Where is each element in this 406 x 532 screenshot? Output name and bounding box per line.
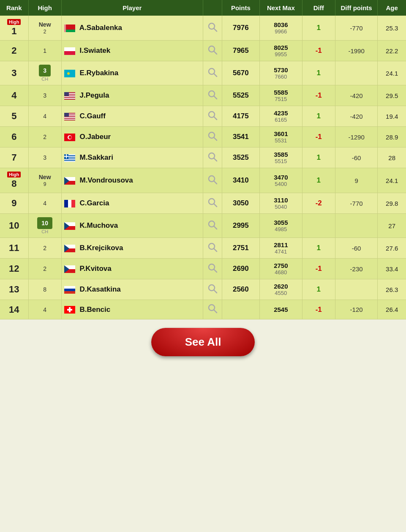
next-max-cell: 5730 7660 [260, 61, 302, 85]
next-max-cell: 2811 4741 [260, 238, 302, 259]
high-cell: 3 [28, 147, 61, 168]
svg-rect-7 [64, 47, 75, 51]
next-max-top: 5730 [262, 66, 300, 74]
player-name: K.Muchova [79, 221, 118, 229]
see-all-button[interactable]: See All [151, 328, 255, 356]
points-cell: 7965 [222, 41, 259, 61]
svg-line-35 [214, 137, 217, 140]
search-icon-cell[interactable] [203, 147, 222, 168]
rank-cell: 2 [0, 41, 28, 61]
search-icon-cell[interactable] [203, 85, 222, 106]
svg-line-46 [214, 158, 217, 161]
search-icon [207, 175, 218, 185]
rank-number: 14 [9, 304, 19, 315]
player-name: J.Pegula [79, 91, 109, 99]
see-all-container: See All [0, 319, 406, 369]
rank-cell: 3 [0, 61, 28, 85]
search-icon-cell[interactable] [203, 214, 222, 238]
next-max-bot: 6165 [262, 117, 300, 123]
next-max-bot: 5515 [262, 158, 300, 164]
next-max-cell: 3470 5400 [260, 168, 302, 193]
next-max-cell: 5585 7515 [260, 85, 302, 106]
player-cell: E.Rybakina [61, 61, 203, 85]
diff-points-cell: -420 [335, 106, 378, 127]
svg-point-33 [68, 136, 71, 139]
table-row: 5 4 C.Gauff 4175 4235 6165 1 -420 19.4 [0, 106, 406, 127]
search-icon-cell[interactable] [203, 16, 222, 41]
search-icon-cell[interactable] [203, 61, 222, 85]
table-row: 10 10CH K.Muchova 2995 3055 4985 27 [0, 214, 406, 238]
search-icon-cell[interactable] [203, 193, 222, 214]
diff-cell: 1 [302, 61, 335, 85]
search-icon-cell[interactable] [203, 106, 222, 127]
next-max-top: 4235 [262, 109, 300, 117]
diff-cell: -1 [302, 300, 335, 319]
diff-points-cell: -230 [335, 259, 378, 279]
player-cell: M.Sakkari [61, 147, 203, 168]
age-cell: 26.4 [378, 300, 406, 319]
next-max-bot: 9966 [262, 28, 300, 35]
rank-number: 10 [9, 220, 19, 231]
next-max-cell: 3601 5531 [260, 127, 302, 147]
next-max-cell: 3110 5040 [260, 193, 302, 214]
diff-points-cell [335, 214, 378, 238]
points-cell: 4175 [222, 106, 259, 127]
diff-points-cell [335, 61, 378, 85]
col-search [203, 0, 222, 16]
age-cell: 33.4 [378, 259, 406, 279]
diff-points-cell: -420 [335, 85, 378, 106]
next-max-cell: 3585 5515 [260, 147, 302, 168]
search-icon-cell[interactable] [203, 259, 222, 279]
search-icon-cell[interactable] [203, 41, 222, 61]
player-flag [64, 134, 75, 141]
search-icon-cell[interactable] [203, 238, 222, 259]
svg-line-51 [214, 181, 217, 184]
high-cell: 10CH [28, 214, 61, 238]
player-name: A.Sabalenka [79, 24, 122, 32]
age-cell: 22.2 [378, 41, 406, 61]
player-name: O.Jabeur [79, 133, 111, 141]
search-icon [207, 45, 218, 55]
col-points: Points [222, 0, 259, 16]
diff-cell: 1 [302, 16, 335, 41]
search-icon [207, 303, 218, 314]
next-max-top: 2811 [262, 241, 300, 248]
player-flag [64, 265, 75, 273]
points-cell: 3050 [222, 193, 259, 214]
high-cell: 4 [28, 300, 61, 319]
high-cell: New2 [28, 16, 61, 41]
svg-line-61 [214, 226, 217, 229]
high-cell: 2 [28, 127, 61, 147]
player-flag [64, 25, 75, 32]
svg-rect-79 [67, 309, 72, 311]
search-icon [207, 197, 218, 207]
age-cell: 27.6 [378, 238, 406, 259]
diff-points-cell: -1990 [335, 41, 378, 61]
table-row: 11 2 B.Krejcikova 2751 2811 4741 1 -60 2… [0, 238, 406, 259]
search-icon-cell[interactable] [203, 279, 222, 300]
player-name: I.Swiatek [79, 46, 110, 55]
search-icon-cell[interactable] [203, 300, 222, 319]
age-cell: 27 [378, 214, 406, 238]
age-cell: 29.5 [378, 85, 406, 106]
rank-cell: 9 [0, 193, 28, 214]
next-max-top: 3110 [262, 196, 300, 204]
svg-rect-26 [64, 117, 75, 118]
player-flag [64, 222, 75, 230]
player-cell: I.Swiatek [61, 41, 203, 61]
next-max-bot: 9955 [262, 51, 300, 57]
points-cell: 3525 [222, 147, 259, 168]
high-cell: 3 [28, 85, 61, 106]
player-flag [64, 200, 75, 207]
search-icon-cell[interactable] [203, 127, 222, 147]
points-cell: 7976 [222, 16, 259, 41]
diff-points-cell: -120 [335, 300, 378, 319]
col-next-max: Next Max [260, 0, 302, 16]
svg-line-56 [214, 204, 217, 207]
diff-cell: 1 [302, 279, 335, 300]
rank-number: 12 [9, 263, 19, 274]
table-row: 3 3CH E.Rybakina 5670 5730 7660 1 24.1 [0, 61, 406, 85]
age-cell: 24.1 [378, 61, 406, 85]
diff-cell: 1 [302, 238, 335, 259]
search-icon-cell[interactable] [203, 168, 222, 193]
